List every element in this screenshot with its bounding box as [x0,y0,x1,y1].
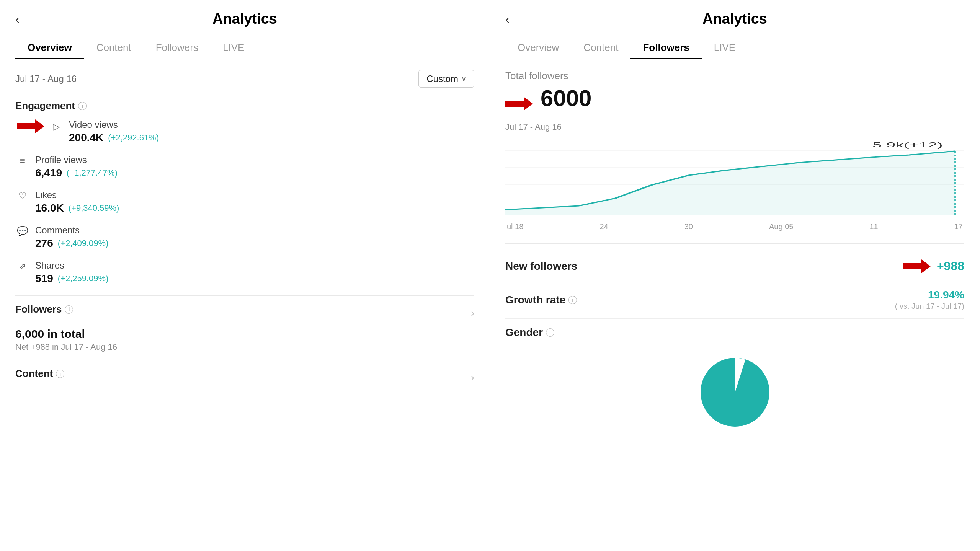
right-title: Analytics [702,11,767,27]
left-title: Analytics [212,11,277,27]
profile-views-icon: ≡ [17,155,28,166]
right-back-button[interactable]: ‹ [505,13,510,25]
shares-icon: ⇗ [17,261,28,272]
comments-value: 276 (+2,409.09%) [35,237,108,249]
content-section-title: Content i [15,368,64,380]
left-panel: ‹ Analytics Overview Content Followers L… [0,0,490,551]
followers-section-title: Followers i [15,303,73,315]
left-tabs: Overview Content Followers LIVE [15,36,474,59]
followers-info-icon[interactable]: i [65,305,73,314]
followers-header[interactable]: Followers i › [15,303,474,323]
gender-label: Gender i [505,326,554,339]
video-views-icon: ▷ [51,121,62,132]
followers-total: 6,000 in total [15,328,474,341]
svg-marker-0 [17,119,44,133]
tab-overview[interactable]: Overview [15,36,84,59]
new-followers-value: +988 [937,259,964,273]
profile-views-value: 6,419 (+1,277.47%) [35,167,118,179]
gender-row: Gender i [505,319,964,346]
right-tab-content[interactable]: Content [571,36,630,59]
svg-marker-9 [903,259,931,273]
chart-container: Jul 17 - Aug 16 5.9k(+12) ul 18 [505,122,964,231]
date-range-label: Jul 17 - Aug 16 [15,73,77,84]
growth-rate-value-group: 19.94% ( vs. Jun 17 - Jul 17) [895,289,964,311]
total-followers-value: 6000 [541,85,591,111]
video-views-value: 200.4K (+2,292.61%) [69,132,159,144]
right-panel: ‹ Analytics Overview Content Followers L… [490,0,980,551]
svg-text:5.9k(+12): 5.9k(+12) [872,141,942,149]
profile-views-change: (+1,277.47%) [67,168,118,178]
comments-row: 💬 Comments 276 (+2,409.09%) [15,225,474,249]
video-views-label: Video views [69,119,159,130]
comments-content: Comments 276 (+2,409.09%) [35,225,108,249]
chart-divider [505,243,964,244]
tab-content[interactable]: Content [84,36,144,59]
x-label-3: Aug 05 [769,222,793,231]
video-views-content: Video views 200.4K (+2,292.61%) [69,119,159,144]
profile-views-content: Profile views 6,419 (+1,277.47%) [35,155,118,179]
shares-value: 519 (+2,259.09%) [35,272,108,285]
likes-value: 16.0K (+9,340.59%) [35,202,119,214]
followers-chevron-right-icon: › [471,307,474,319]
growth-rate-value: 19.94% [895,289,964,301]
tab-live[interactable]: LIVE [211,36,256,59]
gender-info-icon[interactable]: i [546,328,554,337]
growth-rate-sub: ( vs. Jun 17 - Jul 17) [895,302,964,311]
followers-section: Followers i › 6,000 in total Net +988 in… [15,303,474,352]
growth-rate-row: Growth rate i 19.94% ( vs. Jun 17 - Jul … [505,281,964,319]
chevron-down-icon: ∨ [461,75,466,83]
shares-content: Shares 519 (+2,259.09%) [35,260,108,285]
likes-content: Likes 16.0K (+9,340.59%) [35,190,119,214]
shares-label: Shares [35,260,108,271]
video-views-row: ▷ Video views 200.4K (+2,292.61%) [15,119,474,144]
x-label-0: ul 18 [507,222,523,231]
total-followers-label: Total followers [505,70,964,82]
x-label-1: 24 [599,222,608,231]
pie-chart-container [505,354,964,430]
tab-followers[interactable]: Followers [144,36,211,59]
video-views-change: (+2,292.61%) [108,133,159,143]
new-followers-row: New followers +988 [505,251,964,281]
right-tab-live[interactable]: LIVE [702,36,748,59]
new-followers-label: New followers [505,260,577,272]
profile-views-row: ≡ Profile views 6,419 (+1,277.47%) [15,155,474,179]
shares-change: (+2,259.09%) [58,274,109,284]
chart-svg: 5.9k(+12) [505,135,964,219]
likes-icon: ♡ [17,191,28,201]
red-arrow-icon [17,119,44,133]
content-chevron-right-icon: › [471,372,474,383]
custom-button[interactable]: Custom ∨ [418,70,474,88]
comments-icon: 💬 [17,226,28,236]
content-header[interactable]: Content i › [15,368,474,387]
right-tab-overview[interactable]: Overview [505,36,571,59]
growth-rate-info-icon[interactable]: i [568,296,577,304]
custom-label: Custom [426,73,458,84]
left-header: ‹ Analytics [15,11,474,27]
likes-row: ♡ Likes 16.0K (+9,340.59%) [15,190,474,214]
left-back-button[interactable]: ‹ [15,13,20,25]
right-tab-followers[interactable]: Followers [630,36,701,59]
shares-row: ⇗ Shares 519 (+2,259.09%) [15,260,474,285]
comments-label: Comments [35,225,108,236]
divider-2 [15,360,474,360]
x-label-2: 30 [684,222,693,231]
comments-change: (+2,409.09%) [58,238,109,248]
new-followers-red-arrow-icon [903,259,931,273]
followers-net: Net +988 in Jul 17 - Aug 16 [15,342,474,352]
engagement-info-icon[interactable]: i [78,102,87,110]
x-label-5: 17 [954,222,963,231]
chart-date-range: Jul 17 - Aug 16 [505,122,964,132]
gender-pie-chart [697,354,773,430]
date-row: Jul 17 - Aug 16 Custom ∨ [15,70,474,88]
divider-1 [15,295,474,296]
profile-views-label: Profile views [35,155,118,165]
likes-label: Likes [35,190,119,201]
right-header: ‹ Analytics [505,11,964,27]
likes-change: (+9,340.59%) [69,203,119,213]
growth-rate-label: Growth rate i [505,294,577,306]
x-label-4: 11 [869,222,878,231]
total-followers-red-arrow-icon [505,97,533,111]
content-info-icon[interactable]: i [56,370,64,378]
svg-marker-1 [505,97,533,111]
engagement-section-title: Engagement i [15,100,474,112]
